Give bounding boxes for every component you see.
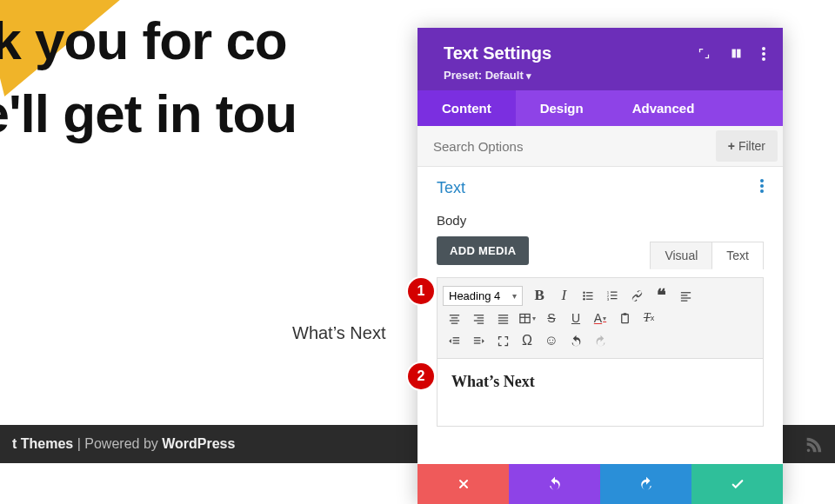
headline-line-1: ank you for co (0, 4, 297, 77)
tab-design[interactable]: Design (516, 90, 608, 126)
panel-title: Text Settings (444, 43, 551, 63)
link-button[interactable] (625, 285, 648, 306)
text-settings-panel: Text Settings Preset: Default Content De… (418, 28, 783, 504)
outdent-button[interactable] (443, 330, 465, 351)
svg-rect-43 (473, 340, 480, 341)
preset-dropdown[interactable]: Preset: Default (444, 69, 765, 82)
svg-rect-26 (473, 315, 483, 315)
panel-footer (418, 464, 783, 504)
svg-rect-31 (498, 317, 507, 318)
align-left-button[interactable] (674, 285, 697, 306)
svg-point-3 (760, 179, 764, 182)
headline-line-2: We'll get in tou (0, 77, 297, 150)
text-color-button[interactable]: A (589, 308, 611, 328)
svg-rect-23 (451, 317, 458, 318)
svg-rect-24 (449, 320, 458, 321)
svg-rect-25 (451, 322, 458, 323)
table-button[interactable] (516, 308, 538, 328)
svg-point-6 (583, 291, 585, 294)
editor-content: What’s Next (451, 373, 749, 391)
italic-button[interactable]: I (552, 285, 575, 306)
svg-rect-22 (449, 315, 458, 315)
clear-format-button[interactable]: Tx (638, 308, 660, 328)
svg-point-1 (762, 52, 765, 56)
svg-rect-29 (477, 322, 484, 323)
svg-rect-30 (498, 315, 507, 315)
svg-rect-13 (611, 291, 618, 292)
svg-point-5 (760, 189, 764, 193)
svg-rect-27 (477, 317, 484, 318)
page-subheading: What’s Next (292, 323, 385, 343)
svg-rect-42 (473, 337, 480, 338)
rich-text-editor[interactable]: What’s Next (437, 359, 764, 427)
panel-header: Text Settings Preset: Default (418, 28, 783, 90)
cancel-button[interactable] (418, 464, 509, 504)
special-char-button[interactable]: Ω (516, 330, 538, 351)
svg-rect-28 (473, 320, 483, 321)
strikethrough-button[interactable]: S (540, 308, 563, 328)
svg-rect-39 (452, 337, 459, 338)
svg-rect-41 (452, 342, 459, 343)
footer-wordpress: WordPress (162, 436, 235, 451)
expand-icon[interactable] (698, 47, 711, 60)
svg-rect-20 (681, 297, 691, 298)
svg-rect-9 (586, 295, 593, 295)
svg-rect-18 (681, 292, 691, 293)
align-justify-button[interactable] (491, 308, 514, 328)
filter-button[interactable]: Filter (716, 130, 778, 162)
kebab-menu-icon[interactable] (762, 47, 765, 61)
align-center-button[interactable] (443, 308, 465, 328)
callout-2: 2 (408, 363, 434, 389)
tab-content[interactable]: Content (418, 90, 516, 126)
tab-visual[interactable]: Visual (650, 242, 712, 269)
svg-point-10 (583, 298, 585, 301)
svg-text:3: 3 (606, 296, 609, 301)
section-menu-icon[interactable] (760, 179, 764, 193)
underline-button[interactable]: U (564, 308, 587, 328)
tab-advanced[interactable]: Advanced (608, 90, 719, 126)
svg-point-8 (583, 295, 585, 297)
bold-button[interactable]: B (528, 285, 551, 306)
svg-rect-19 (681, 295, 688, 295)
section-title: Text (437, 179, 764, 197)
confirm-button[interactable] (691, 464, 783, 504)
emoji-button[interactable]: ☺ (540, 330, 563, 351)
align-right-button[interactable] (467, 308, 490, 328)
footer-theme: t Themes (12, 436, 73, 451)
text-section: Text Body ADD MEDIA Visual Text (418, 167, 783, 265)
redo-button[interactable] (589, 330, 611, 351)
svg-rect-17 (611, 298, 618, 299)
fullscreen-button[interactable] (491, 330, 514, 351)
svg-rect-15 (611, 295, 618, 295)
paste-button[interactable] (613, 308, 636, 328)
svg-rect-33 (498, 322, 507, 323)
svg-rect-44 (473, 342, 480, 343)
panel-tabs: Content Design Advanced (418, 90, 783, 126)
footer-sep: | Powered by (73, 436, 162, 451)
svg-rect-37 (621, 314, 628, 322)
format-select[interactable]: Heading 4 (443, 286, 523, 306)
search-input[interactable] (418, 128, 716, 165)
quote-button[interactable]: ❝ (650, 285, 672, 306)
redo-all-button[interactable] (600, 464, 691, 504)
body-label: Body (437, 213, 764, 228)
tab-text[interactable]: Text (712, 242, 764, 269)
columns-icon[interactable] (730, 47, 743, 60)
bullet-list-button[interactable] (577, 285, 599, 306)
svg-rect-11 (586, 298, 593, 299)
add-media-button[interactable]: ADD MEDIA (437, 236, 529, 265)
undo-button[interactable] (564, 330, 587, 351)
editor-toolbar: Heading 4 B I 123 ❝ S U A Tx Ω ☺ (437, 277, 764, 359)
callout-1: 1 (408, 278, 434, 304)
format-select-label: Heading 4 (449, 289, 500, 302)
numbered-list-button[interactable]: 123 (601, 285, 624, 306)
svg-point-0 (762, 47, 765, 50)
indent-button[interactable] (467, 330, 490, 351)
svg-point-2 (762, 57, 765, 61)
svg-rect-21 (681, 300, 688, 301)
svg-point-4 (760, 184, 764, 188)
rss-icon[interactable] (804, 434, 823, 454)
svg-rect-7 (586, 292, 593, 293)
svg-rect-38 (623, 313, 626, 315)
undo-all-button[interactable] (509, 464, 600, 504)
